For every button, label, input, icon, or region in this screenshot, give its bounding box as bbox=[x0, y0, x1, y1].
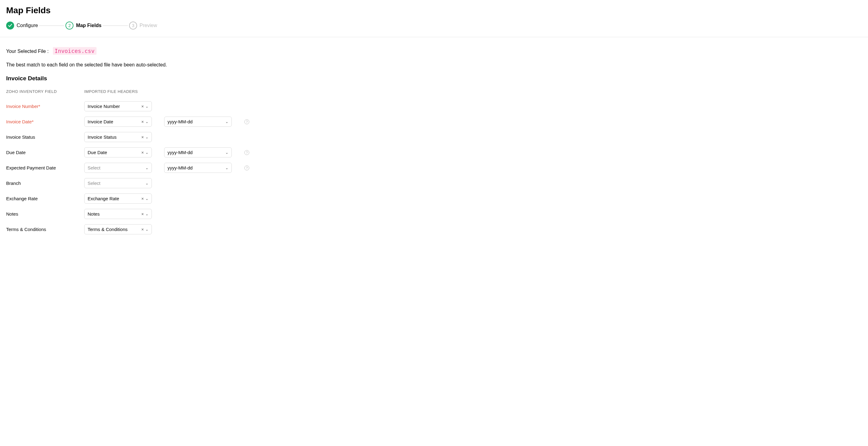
field-row: NotesNotes×⌄ bbox=[6, 209, 862, 219]
step-preview[interactable]: 3 Preview bbox=[129, 22, 157, 30]
select-value: Due Date bbox=[88, 150, 141, 155]
clear-icon[interactable]: × bbox=[141, 212, 145, 216]
field-row: Terms & ConditionsTerms & Conditions×⌄ bbox=[6, 224, 862, 234]
field-row: Invoice Number*Invoice Number×⌄ bbox=[6, 101, 862, 111]
auto-select-message: The best match to each field on the sele… bbox=[6, 62, 862, 68]
select-value: yyyy-MM-dd bbox=[167, 150, 224, 155]
field-label: Due Date bbox=[6, 150, 26, 155]
help-icon[interactable]: ? bbox=[244, 119, 249, 124]
step-label: Map Fields bbox=[76, 23, 101, 28]
chevron-down-icon: ⌄ bbox=[145, 181, 149, 185]
header-select[interactable]: Terms & Conditions×⌄ bbox=[84, 224, 152, 234]
field-label: Invoice Date* bbox=[6, 119, 33, 124]
selected-file-name: Invoices.csv bbox=[53, 47, 96, 55]
field-label: Invoice Status bbox=[6, 135, 35, 140]
select-value: Notes bbox=[88, 211, 141, 216]
chevron-down-icon: ⌄ bbox=[225, 150, 228, 155]
chevron-down-icon: ⌄ bbox=[145, 135, 149, 139]
clear-icon[interactable]: × bbox=[141, 104, 145, 109]
date-format-select[interactable]: yyyy-MM-dd⌄ bbox=[164, 117, 232, 127]
clear-icon[interactable]: × bbox=[141, 196, 145, 201]
field-label: Terms & Conditions bbox=[6, 227, 46, 232]
step-connector bbox=[39, 26, 64, 26]
select-value: Terms & Conditions bbox=[88, 227, 141, 232]
clear-icon[interactable]: × bbox=[141, 150, 145, 155]
chevron-down-icon: ⌄ bbox=[145, 150, 149, 155]
select-value: Exchange Rate bbox=[88, 196, 141, 201]
header-select[interactable]: Invoice Status×⌄ bbox=[84, 132, 152, 142]
step-number-icon: 2 bbox=[65, 22, 73, 30]
chevron-down-icon: ⌄ bbox=[145, 166, 149, 170]
select-value: yyyy-MM-dd bbox=[167, 165, 224, 170]
clear-icon[interactable]: × bbox=[141, 119, 145, 124]
chevron-down-icon: ⌄ bbox=[225, 120, 228, 124]
step-connector bbox=[103, 26, 128, 26]
column-header-imported-headers: IMPORTED FILE HEADERS bbox=[84, 89, 162, 94]
step-number-icon: 3 bbox=[129, 22, 137, 30]
select-value: Select bbox=[88, 181, 145, 186]
clear-icon[interactable]: × bbox=[141, 227, 145, 232]
field-label: Expected Payment Date bbox=[6, 165, 56, 170]
clear-icon[interactable]: × bbox=[141, 135, 145, 140]
field-label: Invoice Number* bbox=[6, 103, 40, 109]
chevron-down-icon: ⌄ bbox=[145, 212, 149, 216]
select-value: Select bbox=[88, 165, 145, 170]
check-icon bbox=[6, 22, 14, 30]
field-row: BranchSelect⌄ bbox=[6, 178, 862, 188]
date-format-select[interactable]: yyyy-MM-dd⌄ bbox=[164, 163, 232, 173]
step-label: Configure bbox=[17, 23, 38, 28]
field-row: Invoice StatusInvoice Status×⌄ bbox=[6, 132, 862, 142]
stepper: Configure 2 Map Fields 3 Preview bbox=[0, 22, 868, 37]
help-icon[interactable]: ? bbox=[244, 150, 249, 155]
chevron-down-icon: ⌄ bbox=[225, 166, 228, 170]
header-select[interactable]: Notes×⌄ bbox=[84, 209, 152, 219]
header-select[interactable]: Select⌄ bbox=[84, 178, 152, 188]
chevron-down-icon: ⌄ bbox=[145, 227, 149, 232]
header-select[interactable]: Invoice Date×⌄ bbox=[84, 117, 152, 127]
field-label: Branch bbox=[6, 181, 21, 186]
field-row: Expected Payment DateSelect⌄yyyy-MM-dd⌄? bbox=[6, 163, 862, 173]
chevron-down-icon: ⌄ bbox=[145, 104, 149, 109]
header-select[interactable]: Select⌄ bbox=[84, 163, 152, 173]
section-title: Invoice Details bbox=[6, 75, 862, 82]
chevron-down-icon: ⌄ bbox=[145, 120, 149, 124]
step-label: Preview bbox=[140, 23, 157, 28]
chevron-down-icon: ⌄ bbox=[145, 197, 149, 201]
column-header-zoho-field: ZOHO INVENTORY FIELD bbox=[6, 89, 84, 94]
select-value: Invoice Date bbox=[88, 119, 141, 124]
help-icon[interactable]: ? bbox=[244, 166, 249, 170]
header-select[interactable]: Exchange Rate×⌄ bbox=[84, 194, 152, 204]
step-map-fields[interactable]: 2 Map Fields bbox=[65, 22, 101, 30]
field-label: Exchange Rate bbox=[6, 196, 38, 201]
select-value: yyyy-MM-dd bbox=[167, 119, 224, 124]
selected-file-prefix: Your Selected File : bbox=[6, 49, 49, 54]
date-format-select[interactable]: yyyy-MM-dd⌄ bbox=[164, 147, 232, 157]
header-select[interactable]: Invoice Number×⌄ bbox=[84, 101, 152, 111]
field-row: Due DateDue Date×⌄yyyy-MM-dd⌄? bbox=[6, 147, 862, 157]
field-row: Exchange RateExchange Rate×⌄ bbox=[6, 194, 862, 204]
field-label: Notes bbox=[6, 211, 18, 216]
select-value: Invoice Status bbox=[88, 135, 141, 140]
header-select[interactable]: Due Date×⌄ bbox=[84, 147, 152, 157]
select-value: Invoice Number bbox=[88, 103, 141, 109]
page-title: Map Fields bbox=[0, 5, 868, 22]
field-row: Invoice Date*Invoice Date×⌄yyyy-MM-dd⌄? bbox=[6, 117, 862, 127]
step-configure[interactable]: Configure bbox=[6, 22, 38, 30]
selected-file-line: Your Selected File : Invoices.csv bbox=[6, 48, 862, 54]
